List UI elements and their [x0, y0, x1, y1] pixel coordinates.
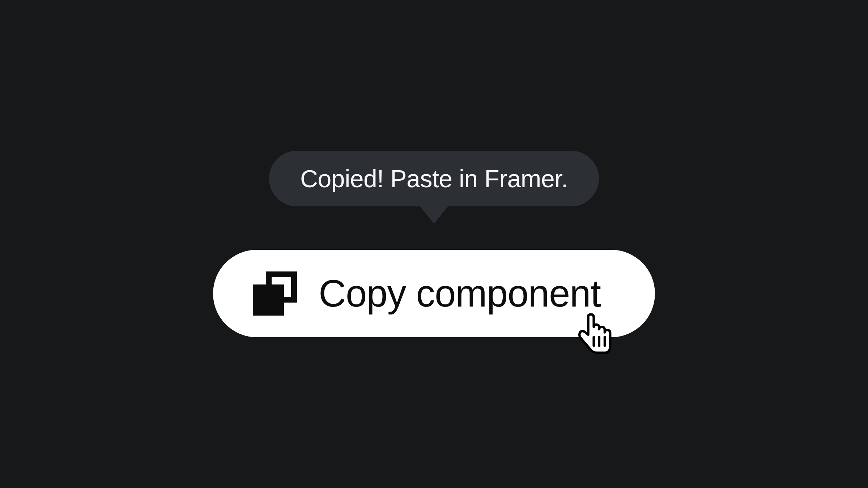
copy-icon	[253, 271, 297, 316]
pointer-cursor-icon	[575, 311, 615, 358]
button-with-tooltip-container: Copied! Paste in Framer. Copy component	[213, 151, 655, 337]
copy-button-label: Copy component	[319, 272, 601, 315]
copied-tooltip: Copied! Paste in Framer.	[269, 151, 599, 206]
copy-component-button[interactable]: Copy component	[213, 250, 655, 337]
tooltip-text: Copied! Paste in Framer.	[300, 165, 568, 192]
